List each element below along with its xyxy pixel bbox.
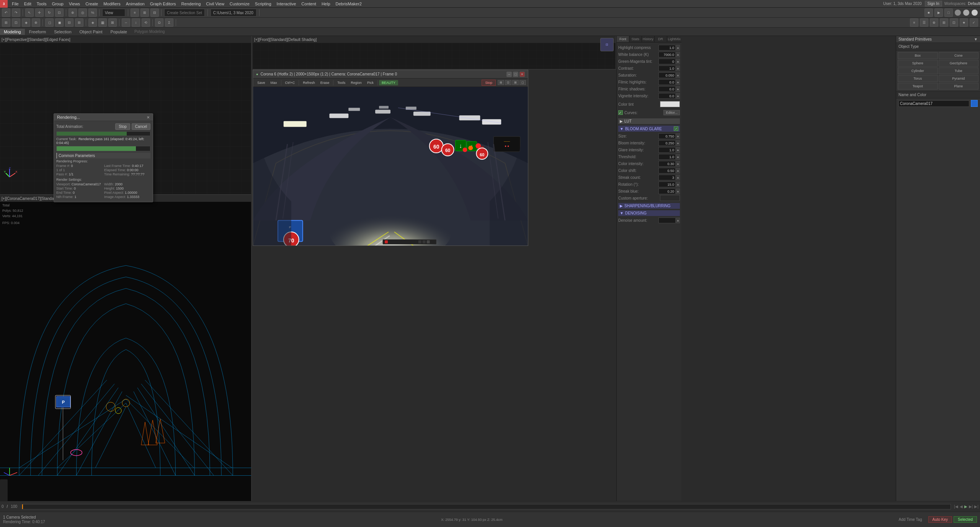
filmic-highlights-up[interactable]: ▲	[676, 79, 680, 85]
menu-group[interactable]: Group	[49, 2, 66, 6]
tb2-btn16[interactable]: Σ	[165, 18, 173, 27]
tab-populate[interactable]: Populate	[106, 29, 131, 35]
tools-button[interactable]: Tools	[335, 80, 348, 85]
menu-file[interactable]: File	[9, 2, 21, 6]
glare-intensity-up[interactable]: ▲	[676, 147, 680, 153]
tb2-right6[interactable]: ★	[960, 18, 968, 27]
stop-button[interactable]: Stop	[482, 80, 496, 86]
white-balance-up[interactable]: ▲	[676, 52, 680, 57]
glare-intensity-value[interactable]: 1.0	[658, 147, 676, 153]
highlight-compress-up[interactable]: ▲	[676, 45, 680, 51]
denoising-header[interactable]: ▼ DENOISING	[618, 210, 680, 216]
obj-tube[interactable]: Tube	[939, 67, 979, 74]
erase-button[interactable]: Erase	[318, 80, 332, 85]
tb2-right4[interactable]: ⊞	[940, 18, 948, 27]
bloom-intensity-up[interactable]: ▲	[676, 140, 680, 146]
undo-button[interactable]: ↶	[2, 8, 10, 17]
select-button[interactable]: ↖	[25, 8, 34, 17]
tab-font[interactable]: Font	[617, 36, 629, 42]
win-maximize[interactable]: □	[513, 72, 518, 77]
color-shift-value[interactable]: 0.50	[658, 168, 676, 173]
dropdown-arrow[interactable]: ▼	[974, 37, 978, 41]
snap-pct-button[interactable]: %	[88, 8, 97, 17]
color-swatch-blue[interactable]	[971, 100, 978, 107]
nav-cube-front[interactable]: ⊡	[600, 38, 614, 51]
color-intensity-value[interactable]: 0.30	[658, 161, 676, 167]
tb2-btn8[interactable]: ⊞	[75, 18, 83, 27]
obj-torus[interactable]: Torus	[898, 75, 938, 82]
color-tint-swatch[interactable]	[660, 101, 680, 107]
denoise-amount-up[interactable]: ▲	[676, 218, 680, 223]
white-balance-value[interactable]: 7000.0	[658, 52, 676, 57]
green-magenta-value[interactable]: 0	[658, 59, 676, 64]
tb2-btn10[interactable]: ▦	[98, 18, 107, 27]
selection-set[interactable]: Create Selection Set	[164, 9, 205, 16]
filmic-shadows-value[interactable]: 0.0	[658, 86, 676, 92]
tb2-btn1[interactable]: ⊞	[2, 18, 10, 27]
green-magenta-up[interactable]: ▲	[676, 59, 680, 64]
obj-box[interactable]: Box	[898, 52, 938, 59]
scale-button[interactable]: ⊡	[55, 8, 64, 17]
max-button[interactable]: Max	[268, 80, 280, 85]
color-shift-up[interactable]: ▲	[676, 168, 680, 173]
size-value[interactable]: 0.750	[658, 133, 676, 139]
vignette-value[interactable]: 0.0	[658, 93, 676, 99]
menu-civil-view[interactable]: Civil View	[203, 2, 227, 6]
tb2-btn4[interactable]: ⊕	[32, 18, 40, 27]
tb2-btn5[interactable]: ◻	[45, 18, 54, 27]
tb2-btn3[interactable]: ◈	[22, 18, 30, 27]
view-mode-4[interactable]: ◻	[519, 80, 526, 85]
timeline-prev-key[interactable]: |◀	[954, 504, 958, 509]
dialog-close[interactable]: ✕	[147, 115, 150, 119]
streak-count-up[interactable]: ▲	[676, 175, 680, 180]
denoise-amount-value[interactable]	[658, 218, 676, 223]
tb2-btn6[interactable]: ◼	[55, 18, 64, 27]
threshold-up[interactable]: ▲	[676, 154, 680, 160]
save-button[interactable]: Save	[255, 80, 268, 85]
align-button[interactable]: ⊟	[150, 8, 159, 17]
ctrl-c-button[interactable]: Ctrl+C	[283, 80, 298, 85]
vignette-up[interactable]: ▲	[676, 93, 680, 99]
obj-pyramid[interactable]: Pyramid	[939, 75, 979, 82]
view-mode-2[interactable]: ⊡	[505, 80, 511, 85]
timeline-next[interactable]: ▶|	[969, 504, 973, 509]
menu-rendering[interactable]: Rendering	[179, 2, 204, 6]
menu-interactive[interactable]: Interactive	[274, 2, 299, 6]
app-icon[interactable]: 3	[0, 0, 8, 8]
common-params-header[interactable]: Common Parameters	[56, 153, 150, 159]
snap-angle-button[interactable]: ◎	[78, 8, 87, 17]
tab-freeform[interactable]: Freeform	[25, 29, 51, 35]
menu-help[interactable]: Help	[319, 2, 333, 6]
auto-key-button[interactable]: Auto Key	[928, 516, 952, 523]
sharpening-header[interactable]: ▶ SHARPENING/BLURRING	[618, 203, 680, 209]
streak-blue-value[interactable]: 0.20	[658, 188, 676, 194]
snap-button[interactable]: ⊕	[69, 8, 77, 17]
timeline-next-key[interactable]: ▶|	[974, 504, 978, 509]
bloom-glare-header[interactable]: ▼ BLOOM AND GLARE ✓	[618, 126, 680, 132]
tb2-right7[interactable]: ✓	[970, 18, 978, 27]
menu-scripting[interactable]: Scripting	[252, 2, 274, 6]
mirror-button[interactable]: ⊞	[140, 8, 149, 17]
view-mode-3[interactable]: ⊠	[512, 80, 519, 85]
win-minimize[interactable]: –	[506, 72, 512, 77]
obj-geosphere[interactable]: GeoSphere	[939, 60, 979, 67]
filmic-shadows-up[interactable]: ▲	[676, 86, 680, 92]
menu-views[interactable]: Views	[66, 2, 83, 6]
tb2-right5[interactable]: ⊡	[950, 18, 958, 27]
tab-history[interactable]: History	[642, 36, 655, 42]
tb2-btn2[interactable]: ⊡	[12, 18, 20, 27]
beauty-button[interactable]: BEAUTY	[379, 80, 398, 85]
menu-modifiers[interactable]: Modifiers	[101, 2, 123, 6]
cancel-render-button[interactable]: Cancel	[132, 123, 150, 130]
tab-modeling[interactable]: Modeling	[0, 29, 25, 35]
move-button[interactable]: ✛	[35, 8, 44, 17]
obj-cylinder[interactable]: Cylinder	[898, 67, 938, 74]
bloom-intensity-value[interactable]: 0.250	[658, 140, 676, 146]
render-setup-button[interactable]: ■	[924, 8, 933, 17]
menu-create[interactable]: Create	[83, 2, 101, 6]
tb2-right1[interactable]: ≡	[910, 18, 918, 27]
timeline-play[interactable]: ▶	[964, 504, 967, 509]
saturation-up[interactable]: ▲	[676, 72, 680, 78]
timeline-prev[interactable]: ◀	[960, 504, 963, 509]
obj-cone[interactable]: Cone	[939, 52, 979, 59]
